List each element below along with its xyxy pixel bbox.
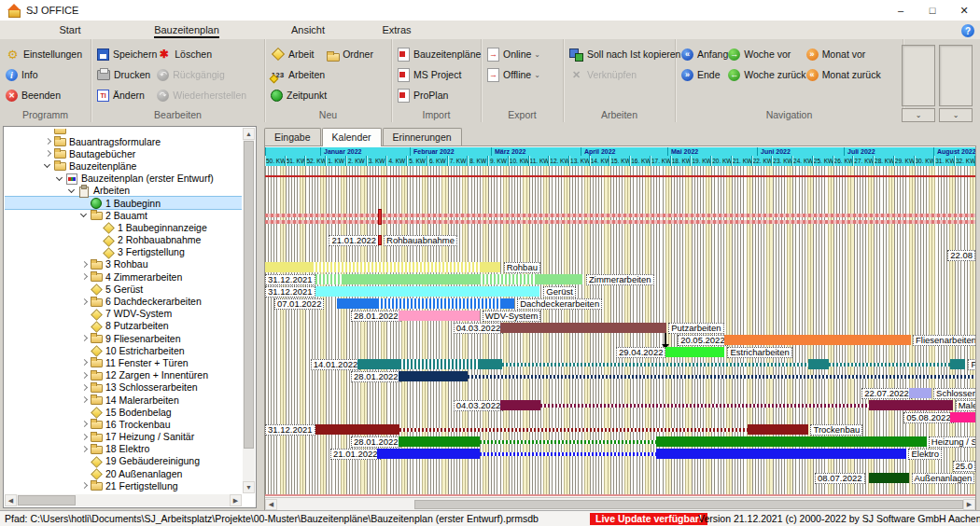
woche-zurück-button[interactable]: Woche zurück — [728, 64, 805, 85]
gantt-body[interactable]: 21.01.2022Rohbauabnahme22.08Rohbau31.12.… — [265, 166, 975, 496]
tab-kalender[interactable]: Kalender — [322, 128, 382, 146]
sidebar-item-10-estricharbeiten[interactable]: 10 Estricharbeiten — [5, 344, 242, 356]
ribbon-listbox-2[interactable] — [939, 45, 973, 106]
malerarbeiten-bar-segment[interactable] — [869, 400, 953, 410]
scroll-down-icon[interactable]: ▼ — [243, 481, 255, 493]
ordner-button[interactable]: Ordner — [327, 44, 373, 64]
arbeiten-button[interactable]: Arbeiten — [271, 64, 327, 85]
sidebar-item-18-elektro[interactable]: 18 Elektro — [5, 443, 242, 455]
rohbau-bar-segment[interactable] — [312, 262, 480, 272]
live-update-badge[interactable]: Live Update verfügbar! — [590, 513, 707, 525]
expander-chevron-right-icon[interactable] — [42, 135, 54, 147]
tree-vertical-scrollbar[interactable]: ▲ ▼ — [243, 128, 255, 493]
expander-chevron-right-icon[interactable] — [78, 431, 91, 443]
fenster-türen-bar-segment[interactable] — [399, 359, 480, 369]
tab-start[interactable]: Start — [28, 24, 112, 35]
tab-ansicht[interactable]: Ansicht — [261, 24, 355, 35]
sidebar-item-20-außenanlagen[interactable]: 20 Außenanlagen — [5, 467, 242, 479]
ms-project-button[interactable]: MS Project — [398, 64, 481, 85]
expander-chevron-right-icon[interactable] — [78, 258, 91, 270]
tree-vscroll-thumb[interactable] — [244, 141, 254, 449]
help-button[interactable]: ? — [961, 24, 974, 37]
zimmerarbeiten-bar-segment[interactable] — [315, 274, 343, 284]
tree-horizontal-scrollbar[interactable]: ◀ ▶ — [5, 494, 242, 506]
chevron-down-icon[interactable]: ⌄ — [902, 108, 935, 122]
schlosserarbeiten-bar-segment[interactable] — [909, 388, 931, 398]
sidebar-item-2-bauamt[interactable]: 2 Bauamt — [5, 209, 242, 221]
sidebar-item-9-fliesenarbeiten[interactable]: 9 Fliesenarbeiten — [5, 332, 242, 344]
malerarbeiten-bar-segment[interactable] — [500, 400, 540, 410]
außenanlagen-bar-segment[interactable] — [869, 473, 909, 483]
online-button[interactable]: Online⌄ — [487, 44, 540, 64]
tab-bauzeitenplan[interactable]: Bauzeitenplan — [112, 24, 261, 35]
estricharbeiten-bar-segment[interactable] — [665, 347, 723, 357]
fenster-türen-bar-segment[interactable] — [502, 363, 808, 367]
sidebar-item-4-zimmerarbeiten[interactable]: 4 Zimmerarbeiten — [5, 270, 242, 283]
tab-erinnerungen[interactable]: Erinnerungen — [383, 128, 462, 145]
zargen-innentüren-bar-segment[interactable] — [468, 375, 975, 379]
sidebar-item-7-wdv-system[interactable]: 7 WDV-System — [5, 308, 242, 320]
sidebar-item-15-bodenbelag[interactable]: 15 Bodenbelag — [5, 406, 242, 418]
sidebar-item-19-gebäudereinigung[interactable]: 19 Gebäudereinigung — [5, 455, 242, 467]
scroll-up-icon[interactable]: ▲ — [243, 128, 255, 140]
scroll-left-icon[interactable]: ◀ — [5, 494, 17, 506]
sidebar-item-bauantragsformulare[interactable]: Bauantragsformulare — [5, 135, 242, 147]
sidebar-item-bautagebücher[interactable]: Bautagebücher — [5, 147, 242, 159]
malerarbeiten-bar-segment[interactable] — [540, 404, 869, 408]
trockenbau-bar-segment[interactable] — [399, 428, 749, 432]
close-button[interactable]: ✕ — [948, 0, 980, 21]
sidebar-item-16-trockenbau[interactable]: 16 Trockenbau — [5, 418, 242, 430]
ändern-button[interactable]: Ändern — [97, 85, 157, 105]
monat-zurück-button[interactable]: Monat zurück — [806, 64, 881, 85]
scroll-right-icon[interactable]: ▶ — [230, 494, 242, 506]
rohbau-bar-segment[interactable] — [480, 262, 500, 272]
anfang-button[interactable]: Anfang — [681, 44, 728, 64]
ende-button[interactable]: Ende — [681, 64, 728, 85]
expander-chevron-down-icon[interactable] — [42, 159, 54, 172]
trockenbau-bar-segment[interactable] — [315, 424, 399, 435]
zimmerarbeiten-bar-segment[interactable] — [536, 274, 582, 284]
chevron-down-icon[interactable]: ⌄ — [534, 50, 540, 59]
expander-chevron-right-icon[interactable] — [78, 270, 91, 283]
zargen-innentüren-bar-segment[interactable] — [399, 371, 468, 381]
soll-nach-ist-kopieren-button[interactable]: Soll nach Ist kopieren — [569, 44, 680, 64]
expander-chevron-right-icon[interactable] — [78, 332, 91, 344]
sidebar-item-13-schlosserarbeiten[interactable]: 13 Schlosserarbeiten — [5, 381, 242, 394]
putzarbeiten-bar-segment[interactable] — [500, 323, 666, 333]
wdv-system-bar-segment[interactable] — [399, 311, 480, 321]
sidebar-item-3-rohbau[interactable]: 3 Rohbau — [5, 258, 242, 270]
scroll-left-icon[interactable]: ◀ — [265, 499, 277, 510]
expander-chevron-down-icon[interactable] — [54, 173, 66, 185]
speichern-button[interactable]: Speichern — [97, 44, 157, 64]
rohbau-bar-segment[interactable] — [265, 262, 312, 272]
sidebar-item-14-malerarbeiten[interactable]: 14 Malerarbeiten — [5, 394, 242, 406]
zimmerarbeiten-bar-segment[interactable] — [479, 274, 536, 284]
expander-chevron-down-icon[interactable] — [78, 209, 91, 221]
sidebar-item-2-rohbauabnahme[interactable]: 2 Rohbauabnahme — [5, 234, 242, 246]
sidebar-item-bauzeitenplan-erster-entwurf[interactable]: Bauzeitenplan (erster Entwurf) — [5, 173, 242, 185]
elektro-bar-segment[interactable] — [480, 452, 656, 456]
ribbon-listbox-1[interactable] — [902, 45, 935, 106]
trockenbau-bar-segment[interactable] — [748, 424, 808, 435]
arbeit-button[interactable]: Arbeit — [271, 44, 327, 64]
zeitpunkt-button[interactable]: Zeitpunkt — [271, 85, 327, 105]
sidebar-item-17-heizung-sanitär[interactable]: 17 Heizung / Sanitär — [5, 431, 242, 443]
löschen-button[interactable]: Löschen — [157, 44, 246, 64]
gerüst-bar-segment[interactable] — [315, 286, 539, 297]
chevron-down-icon[interactable]: ⌄ — [939, 108, 973, 122]
expander-chevron-right-icon[interactable] — [78, 296, 91, 308]
expander-chevron-right-icon[interactable] — [78, 418, 91, 430]
heizung-sanitär-bar-segment[interactable] — [656, 436, 928, 447]
expander-chevron-right-icon[interactable] — [78, 443, 91, 455]
maximize-button[interactable]: □ — [917, 0, 948, 21]
sidebar-item-6-dachdeckerarbeiten[interactable]: 6 Dachdeckerarbeiten — [5, 295, 242, 307]
tree-hscroll-thumb[interactable] — [18, 495, 76, 505]
fenster-türen-bar-segment[interactable] — [808, 359, 829, 369]
dachdeckerarbeiten-bar-segment[interactable] — [377, 298, 502, 309]
elektro-bar-segment[interactable] — [656, 449, 907, 459]
sidebar-item-21-fertigstellung[interactable]: 21 Fertigstellung — [5, 479, 242, 491]
expander-chevron-right-icon[interactable] — [78, 356, 91, 368]
fenster-türen-bar-segment[interactable] — [829, 363, 949, 367]
expander-chevron-right-icon[interactable] — [78, 479, 91, 491]
scroll-right-icon[interactable]: ▶ — [963, 499, 975, 510]
